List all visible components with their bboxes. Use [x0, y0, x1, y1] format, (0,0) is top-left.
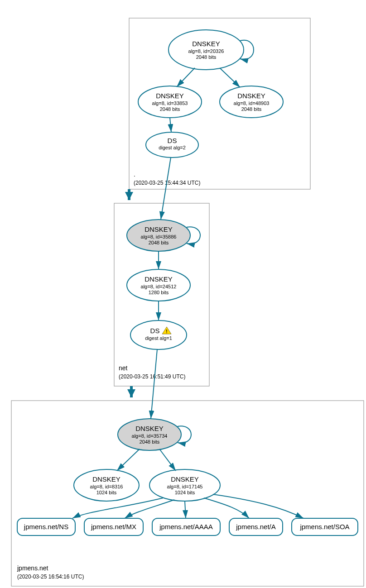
edge [177, 68, 195, 87]
svg-text:jpmens.net/AAAA: jpmens.net/AAAA [159, 523, 213, 531]
node-root-zsk2: DNSKEY alg=8, id=48903 2048 bits [220, 86, 283, 118]
rr-ns: jpmens.net/NS [17, 518, 75, 535]
dnssec-graph: . (2020-03-25 15:44:34 UTC) DNSKEY alg=8… [5, 5, 366, 588]
rr-a: jpmens.net/A [229, 518, 283, 535]
svg-text:alg=8, id=24512: alg=8, id=24512 [141, 284, 177, 289]
edge [117, 449, 140, 471]
svg-text:2048 bits: 2048 bits [241, 106, 262, 112]
svg-text:2048 bits: 2048 bits [140, 439, 160, 445]
edge [204, 498, 249, 518]
node-net-zsk: DNSKEY alg=8, id=24512 1280 bits [127, 269, 190, 301]
edge [185, 501, 186, 518]
svg-text:jpmens.net/NS: jpmens.net/NS [24, 523, 68, 531]
svg-text:DS: DS [150, 327, 160, 335]
svg-text:jpmens.net/A: jpmens.net/A [236, 523, 276, 531]
svg-text:alg=8, id=48903: alg=8, id=48903 [234, 100, 270, 106]
svg-text:DNSKEY: DNSKEY [144, 225, 173, 233]
svg-text:DNSKEY: DNSKEY [237, 92, 265, 100]
svg-text:alg=8, id=20326: alg=8, id=20326 [188, 48, 224, 54]
node-root-zsk1: DNSKEY alg=8, id=33853 2048 bits [138, 86, 202, 118]
edge [159, 449, 176, 471]
rr-mx: jpmens.net/MX [84, 518, 143, 535]
svg-text:alg=8, id=35886: alg=8, id=35886 [141, 234, 177, 239]
zone-net-label: net [119, 364, 128, 372]
svg-text:DNSKEY: DNSKEY [156, 92, 184, 100]
svg-text:alg=8, id=8316: alg=8, id=8316 [90, 484, 123, 489]
zone-jpmens-time: (2020-03-25 16:54:16 UTC) [17, 574, 84, 580]
edge [213, 494, 303, 518]
zone-root-label: . [134, 171, 135, 178]
svg-point-24 [130, 320, 187, 349]
svg-text:DNSKEY: DNSKEY [192, 40, 220, 48]
zone-net-time: (2020-03-25 16:51:49 UTC) [119, 373, 185, 380]
node-jpmens-zsk1: DNSKEY alg=8, id=8316 1024 bits [74, 469, 139, 501]
svg-text:DNSKEY: DNSKEY [92, 475, 120, 483]
zone-jpmens-label: jpmens.net [17, 564, 48, 572]
svg-text:2048 bits: 2048 bits [160, 106, 180, 112]
edge [151, 349, 157, 419]
svg-text:DS: DS [168, 137, 177, 144]
node-net-ds: DS digest alg=1 ! [130, 320, 187, 349]
svg-text:jpmens.net/SOA: jpmens.net/SOA [299, 523, 349, 531]
svg-text:alg=8, id=17145: alg=8, id=17145 [167, 484, 203, 489]
edge [220, 68, 240, 87]
svg-text:DNSKEY: DNSKEY [171, 475, 199, 483]
svg-text:2048 bits: 2048 bits [196, 54, 217, 60]
svg-text:1280 bits: 1280 bits [149, 290, 169, 295]
node-jpmens-zsk2: DNSKEY alg=8, id=17145 1024 bits [149, 469, 220, 501]
node-net-ksk: DNSKEY alg=8, id=35886 2048 bits [127, 220, 190, 251]
node-jpmens-ksk: DNSKEY alg=8, id=35734 2048 bits [118, 419, 181, 450]
rr-soa: jpmens.net/SOA [292, 518, 358, 535]
edge [161, 158, 171, 220]
svg-text:digest alg=1: digest alg=1 [145, 335, 172, 341]
rr-aaaa: jpmens.net/AAAA [152, 518, 220, 535]
svg-text:DNSKEY: DNSKEY [135, 425, 164, 432]
svg-text:1024 bits: 1024 bits [96, 490, 117, 495]
node-root-ds: DS digest alg=2 [146, 132, 198, 158]
svg-text:1024 bits: 1024 bits [175, 490, 195, 495]
svg-text:digest alg=2: digest alg=2 [159, 145, 186, 150]
node-root-ksk: DNSKEY alg=8, id=20326 2048 bits [169, 30, 244, 70]
svg-text:alg=8, id=35734: alg=8, id=35734 [132, 433, 168, 439]
svg-text:jpmens.net/MX: jpmens.net/MX [91, 523, 136, 531]
svg-text:2048 bits: 2048 bits [149, 240, 169, 245]
edge [170, 118, 171, 132]
svg-text:alg=8, id=33853: alg=8, id=33853 [152, 100, 188, 106]
svg-text:!: ! [166, 329, 167, 334]
svg-text:DNSKEY: DNSKEY [144, 275, 173, 283]
edge [125, 500, 174, 518]
